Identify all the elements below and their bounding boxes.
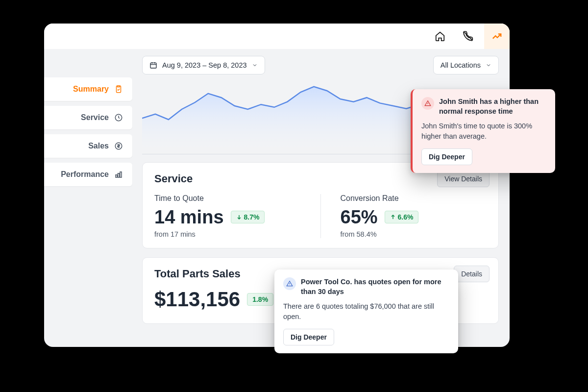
location-label: All Locations <box>441 61 481 69</box>
clipboard-check-icon <box>114 84 123 94</box>
svg-rect-6 <box>120 172 122 177</box>
conversion-rate-metric: Conversion Rate 65% 6.6% from 58.4% <box>320 194 487 238</box>
view-details-button[interactable]: Details <box>454 266 490 282</box>
alert-triangle-icon <box>283 277 296 290</box>
date-range-dropdown[interactable]: Aug 9, 2023 – Sep 8, 2023 <box>142 56 265 74</box>
svg-line-0 <box>465 32 473 41</box>
view-details-button[interactable]: View Details <box>437 171 490 187</box>
metric-label: Conversion Rate <box>341 194 487 203</box>
sidebar-tab-summary[interactable]: Summary <box>44 77 132 101</box>
alert-triangle-icon <box>421 97 434 110</box>
delta-badge: 1.8% <box>247 293 273 306</box>
time-to-quote-value: 14 mins <box>154 208 224 226</box>
arrow-up-icon <box>390 214 396 220</box>
arrow-down-icon <box>236 214 242 220</box>
delta-badge: 8.7% <box>231 211 265 223</box>
delta-value: 6.6% <box>398 213 414 221</box>
delta-value: 1.8% <box>252 295 268 303</box>
dig-deeper-button[interactable]: Dig Deeper <box>421 148 472 165</box>
chevron-down-icon <box>252 62 258 68</box>
sidebar-tab-label: Performance <box>61 170 109 179</box>
alert-body: John Smith's time to quote is 300% highe… <box>421 121 546 142</box>
conversion-rate-value: 65% <box>341 208 378 226</box>
delta-value: 8.7% <box>244 213 260 221</box>
svg-rect-7 <box>150 63 156 68</box>
sidebar-tab-label: Service <box>81 113 109 122</box>
alert-title: John Smith has a higher than normal resp… <box>439 97 546 116</box>
date-range-label: Aug 9, 2023 – Sep 8, 2023 <box>162 61 247 69</box>
svg-rect-4 <box>116 175 117 177</box>
service-card: Service View Details Time to Quote 14 mi… <box>142 162 499 248</box>
time-to-quote-metric: Time to Quote 14 mins 8.7% from 17 mins <box>154 194 301 238</box>
sidebar-tab-performance[interactable]: Performance <box>44 163 132 186</box>
bar-chart-icon <box>114 170 123 179</box>
delta-badge: 6.6% <box>385 211 419 223</box>
clock-icon <box>114 113 123 122</box>
total-sales-value: $113,156 <box>154 289 240 310</box>
sidebar-tab-label: Summary <box>73 85 109 94</box>
alert-title: Power Tool Co. has quotes open for more … <box>301 277 449 296</box>
metric-sub: from 17 mins <box>154 230 301 238</box>
filter-bar: Aug 9, 2023 – Sep 8, 2023 All Locations <box>142 56 499 74</box>
metric-sub: from 58.4% <box>341 230 487 238</box>
alert-body: There are 6 quotes totaling $76,000 that… <box>283 301 449 322</box>
dig-deeper-button[interactable]: Dig Deeper <box>283 329 334 345</box>
top-toolbar <box>44 24 510 49</box>
metric-label: Time to Quote <box>154 194 301 203</box>
alert-popover-info: Power Tool Co. has quotes open for more … <box>274 270 458 353</box>
home-icon[interactable] <box>427 24 453 49</box>
trending-up-icon[interactable] <box>484 24 510 49</box>
location-dropdown[interactable]: All Locations <box>433 56 499 74</box>
dollar-icon <box>114 141 123 151</box>
sidebar-tab-sales[interactable]: Sales <box>44 134 132 158</box>
sidebar-tab-label: Sales <box>88 142 109 150</box>
chevron-down-icon <box>486 62 491 68</box>
sidebar: Summary Service Sales Performance <box>44 77 132 191</box>
sidebar-tab-service[interactable]: Service <box>44 106 132 129</box>
calendar-icon <box>149 61 157 69</box>
svg-rect-5 <box>118 173 120 177</box>
phone-off-icon[interactable] <box>456 24 481 49</box>
alert-popover-warning: John Smith has a higher than normal resp… <box>411 89 555 173</box>
